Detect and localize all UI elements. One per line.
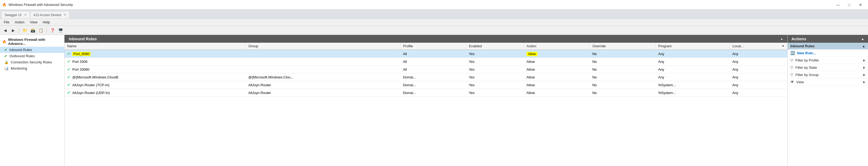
cell-program: Any bbox=[655, 66, 730, 73]
minimize-button[interactable]: — bbox=[833, 1, 843, 9]
export-button[interactable]: 📋 bbox=[37, 27, 44, 34]
monitoring-icon: 📊 bbox=[4, 66, 9, 70]
tab-close-icon[interactable]: ✕ bbox=[24, 13, 27, 16]
actions-item-1[interactable]: ▽Filter by Profile▶ bbox=[788, 57, 868, 64]
app-title: Windows Firewall with Advanced Security bbox=[9, 3, 73, 7]
toolbar-sep-2 bbox=[46, 28, 47, 33]
cell-override: No bbox=[590, 73, 655, 81]
sidebar-outbound-label: Outbound Rules bbox=[9, 54, 35, 58]
cell-group bbox=[246, 58, 400, 66]
cell-override: No bbox=[590, 58, 655, 66]
actions-item-4[interactable]: 👁View▶ bbox=[788, 78, 868, 86]
back-button[interactable]: ◀ bbox=[2, 27, 9, 34]
security-icon: 🔒 bbox=[4, 60, 9, 64]
actions-item-label: Filter by State bbox=[796, 66, 817, 70]
menu-action[interactable]: Action bbox=[12, 20, 27, 25]
actions-item-3[interactable]: ▽Filter by Group▶ bbox=[788, 71, 868, 78]
table-row[interactable]: ✔@{Microsoft.Windows.CloudExperience...@… bbox=[64, 73, 787, 81]
rule-status-icon: ✔ bbox=[67, 75, 71, 79]
col-header-program[interactable]: Program bbox=[655, 43, 730, 50]
content-header: Inbound Rules ▲ bbox=[64, 35, 787, 43]
sidebar-monitoring-label: Monitoring bbox=[11, 66, 27, 70]
table-row[interactable]: ✔Port 3306AllYesAllowNoAnyAny bbox=[64, 58, 787, 66]
tab-access-denied[interactable]: 413 Access Denied ✕ bbox=[30, 11, 70, 19]
cell-group bbox=[246, 50, 400, 58]
inbound-icon: ✔ bbox=[4, 48, 7, 52]
cell-name: ✔Port 3306 bbox=[64, 58, 118, 65]
col-header-override[interactable]: Override bbox=[590, 43, 655, 50]
rule-status-icon: ✔ bbox=[67, 59, 71, 64]
rule-name-text: @{Microsoft.Windows.CloudExperience... bbox=[72, 75, 118, 79]
cell-action: Allow bbox=[524, 81, 590, 89]
cell-name: ✔Port 33060 bbox=[64, 66, 118, 73]
toolbar-sep-1 bbox=[19, 28, 19, 33]
sidebar-header: 🔥 Windows Firewall with Advance... bbox=[0, 36, 64, 47]
actions-item-0[interactable]: 🆕New Rule... bbox=[788, 49, 868, 57]
sidebar-item-connection-security[interactable]: 🔒 Connection Security Rules bbox=[0, 59, 64, 65]
action-badge: Allow bbox=[526, 52, 537, 56]
menu-file[interactable]: File bbox=[1, 20, 12, 25]
cell-profile: Domai... bbox=[400, 89, 466, 97]
rule-status-icon: ✔ bbox=[67, 51, 71, 56]
col-header-name[interactable]: Name bbox=[64, 43, 246, 50]
close-button[interactable]: ✕ bbox=[855, 1, 866, 9]
cell-action: Allow bbox=[524, 66, 590, 73]
rules-table-container[interactable]: Name Group Profile Enabled Action Overri… bbox=[64, 43, 787, 166]
sidebar: 🔥 Windows Firewall with Advance... ✔ Inb… bbox=[0, 35, 64, 166]
tab-close-icon[interactable]: ✕ bbox=[64, 13, 66, 16]
col-header-enabled[interactable]: Enabled bbox=[466, 43, 524, 50]
cell-name: ✔AllJoyn Router (TCP-In) bbox=[64, 81, 118, 89]
view-button[interactable]: 🗃️ bbox=[29, 27, 36, 34]
sidebar-item-outbound[interactable]: ✔ Outbound Rules bbox=[0, 53, 64, 59]
maximize-button[interactable]: □ bbox=[844, 1, 855, 9]
table-row[interactable]: ✔Port_8080AllYesAllowNoAnyAny bbox=[64, 50, 787, 58]
col-scroll-up[interactable]: ▲ bbox=[782, 44, 784, 47]
tab-swagger[interactable]: Swagger UI ✕ bbox=[1, 11, 30, 19]
sidebar-app-title: Windows Firewall with Advance... bbox=[8, 38, 62, 46]
actions-item-2[interactable]: ▽Filter by State▶ bbox=[788, 64, 868, 71]
actions-item-icon: 🆕 bbox=[790, 51, 795, 55]
actions-collapse-icon[interactable]: ▲ bbox=[861, 37, 864, 41]
cell-profile: All bbox=[400, 58, 466, 66]
actions-item-label: Filter by Profile bbox=[796, 58, 819, 62]
outbound-icon: ✔ bbox=[4, 54, 7, 58]
actions-header: Actions ▲ bbox=[788, 35, 868, 43]
menu-view[interactable]: View bbox=[27, 20, 40, 25]
forward-button[interactable]: ▶ bbox=[10, 27, 17, 34]
cell-override: No bbox=[590, 66, 655, 73]
table-row[interactable]: ✔AllJoyn Router (UDP-In)AllJoyn RouterDo… bbox=[64, 89, 787, 97]
actions-panel: Actions ▲ Inbound Rules ▲ 🆕New Rule...▽F… bbox=[787, 35, 868, 166]
col-header-group[interactable]: Group bbox=[246, 43, 400, 50]
cell-group: AllJoyn Router bbox=[246, 81, 400, 89]
cell-override: No bbox=[590, 50, 655, 58]
table-row[interactable]: ✔Port 33060AllYesAllowNoAnyAny bbox=[64, 66, 787, 73]
folder-button[interactable]: 📁 bbox=[21, 27, 28, 34]
sidebar-item-inbound[interactable]: ✔ Inbound Rules bbox=[0, 47, 64, 53]
content-area: Inbound Rules ▲ Name Group Profile Enabl… bbox=[64, 35, 787, 166]
table-header: Name Group Profile Enabled Action Overri… bbox=[64, 43, 787, 50]
menu-help[interactable]: Help bbox=[40, 20, 53, 25]
title-bar-controls: — □ ✕ bbox=[833, 1, 866, 9]
cell-local: Any bbox=[730, 66, 787, 73]
col-header-action[interactable]: Action bbox=[524, 43, 590, 50]
cell-enabled: Yes bbox=[466, 89, 524, 97]
console-button[interactable]: 🖥️ bbox=[57, 27, 64, 34]
sidebar-security-label: Connection Security Rules bbox=[11, 60, 52, 64]
cell-profile: Domai... bbox=[400, 73, 466, 81]
col-header-local[interactable]: Local... ▲ bbox=[730, 43, 787, 50]
browser-tabs: Swagger UI ✕ 413 Access Denied ✕ bbox=[0, 10, 868, 19]
cell-program: Any bbox=[655, 50, 730, 58]
tab-label: Swagger UI bbox=[5, 13, 22, 17]
actions-subheader-arrow[interactable]: ▲ bbox=[862, 44, 865, 48]
table-row[interactable]: ✔AllJoyn Router (TCP-In)AllJoyn RouterDo… bbox=[64, 81, 787, 89]
rule-name-text: Port_8080 bbox=[72, 52, 91, 56]
help-button[interactable]: ❓ bbox=[49, 27, 56, 34]
actions-item-icon: 👁 bbox=[790, 80, 794, 84]
rule-name-text: AllJoyn Router (UDP-In) bbox=[72, 91, 110, 95]
cell-group bbox=[246, 66, 400, 73]
actions-item-label: View bbox=[796, 80, 804, 84]
sidebar-item-monitoring[interactable]: 📊 Monitoring bbox=[0, 65, 64, 71]
actions-item-label: Filter by Group bbox=[796, 73, 818, 77]
cell-group: @{Microsoft.Windows.Clou... bbox=[246, 73, 400, 81]
col-header-profile[interactable]: Profile bbox=[400, 43, 466, 50]
